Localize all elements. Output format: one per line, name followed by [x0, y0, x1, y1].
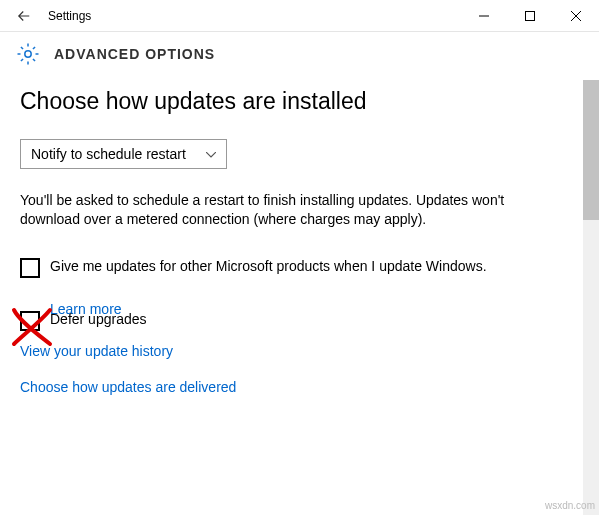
back-arrow-icon: [15, 7, 33, 25]
window-title: Settings: [48, 9, 91, 23]
gear-icon: [16, 42, 40, 66]
titlebar: Settings: [0, 0, 599, 32]
view-update-history-link[interactable]: View your update history: [20, 343, 563, 359]
content-area: Choose how updates are installed Notify …: [0, 80, 583, 515]
defer-upgrades-checkbox[interactable]: [20, 311, 40, 331]
close-icon: [571, 11, 581, 21]
maximize-button[interactable]: [507, 0, 553, 32]
defer-upgrades-group: Defer upgrades Learn more: [20, 310, 563, 317]
scrollbar[interactable]: [583, 80, 599, 515]
scrollbar-thumb[interactable]: [583, 80, 599, 220]
maximize-icon: [525, 11, 535, 21]
other-products-checkbox[interactable]: [20, 258, 40, 278]
page-title: ADVANCED OPTIONS: [54, 46, 215, 62]
page-header: ADVANCED OPTIONS: [0, 32, 599, 78]
back-button[interactable]: [8, 0, 40, 32]
other-products-checkbox-row: Give me updates for other Microsoft prod…: [20, 257, 540, 278]
svg-rect-1: [526, 11, 535, 20]
close-button[interactable]: [553, 0, 599, 32]
window-controls: [461, 0, 599, 32]
dropdown-selected-value: Notify to schedule restart: [31, 146, 186, 162]
description-text: You'll be asked to schedule a restart to…: [20, 191, 530, 229]
minimize-icon: [479, 11, 489, 21]
update-delivery-link[interactable]: Choose how updates are delivered: [20, 379, 563, 395]
watermark: wsxdn.com: [545, 500, 595, 511]
minimize-button[interactable]: [461, 0, 507, 32]
install-mode-dropdown[interactable]: Notify to schedule restart: [20, 139, 227, 169]
chevron-down-icon: [206, 148, 216, 160]
other-products-label: Give me updates for other Microsoft prod…: [50, 257, 487, 276]
section-heading: Choose how updates are installed: [20, 88, 563, 115]
svg-point-4: [25, 51, 31, 57]
